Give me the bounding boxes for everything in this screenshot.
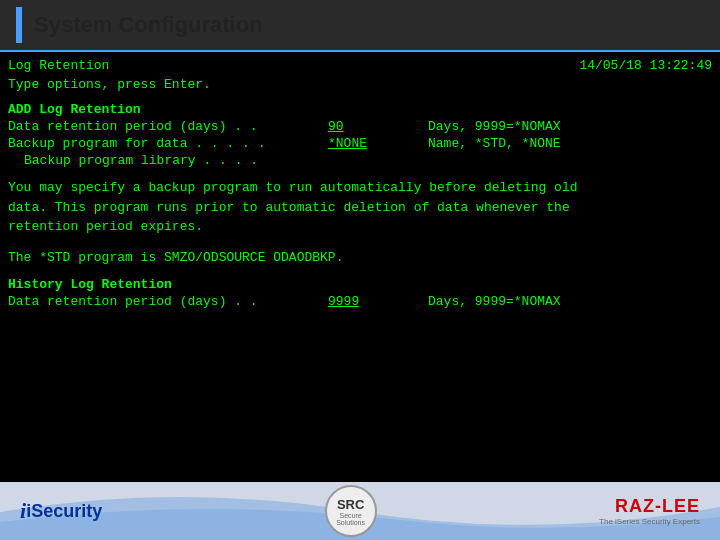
std-program-line: The *STD program is SMZO/ODSOURCE ODAODB…	[8, 247, 712, 268]
info-block: You may specify a backup program to run …	[8, 178, 712, 237]
terminal-title-row: Log Retention 14/05/18 13:22:49	[8, 58, 712, 73]
field-row-library: Backup program library . . . .	[8, 153, 712, 168]
page-title: System Configuration	[34, 12, 263, 38]
instruction-line: Type options, press Enter.	[8, 77, 712, 92]
field-label-library: Backup program library . . . .	[24, 153, 344, 168]
field-row-backup: Backup program for data . . . . . *NONE …	[8, 136, 712, 151]
terminal-timestamp: 14/05/18 13:22:49	[579, 58, 712, 73]
src-logo: SRC Secure Solutions	[325, 485, 377, 537]
terminal-title: Log Retention	[8, 58, 109, 73]
header-accent	[16, 7, 22, 43]
src-text: SRC	[337, 497, 364, 512]
footer-content: i iSecurity SRC Secure Solutions RAZ-LEE…	[20, 485, 700, 537]
src-subtitle: Secure Solutions	[327, 512, 375, 526]
info-line-2: data. This program runs prior to automat…	[8, 198, 712, 218]
field-label-retention: Data retention period (days) . .	[8, 119, 328, 134]
terminal-area: Log Retention 14/05/18 13:22:49 Type opt…	[0, 52, 720, 502]
info-line-3: retention period expires.	[8, 217, 712, 237]
header-bar: System Configuration	[0, 0, 720, 52]
field-row-retention: Data retention period (days) . . 90 Days…	[8, 119, 712, 134]
field-value-retention[interactable]: 90	[328, 119, 388, 134]
field-value-backup[interactable]: *NONE	[328, 136, 388, 151]
section-header-add: ADD Log Retention	[8, 102, 712, 117]
section-header-history: History Log Retention	[8, 277, 712, 292]
razlee-text: RAZ-LEE	[615, 496, 700, 517]
cursor-indicator	[355, 247, 365, 261]
field-label-backup: Backup program for data . . . . .	[8, 136, 328, 151]
field-value-history-retention[interactable]: 9999	[328, 294, 388, 309]
isecurity-text: iSecurity	[26, 501, 102, 522]
field-hint-backup: Name, *STD, *NONE	[428, 136, 561, 151]
info-line-1: You may specify a backup program to run …	[8, 178, 712, 198]
field-label-history-retention: Data retention period (days) . .	[8, 294, 328, 309]
isecurity-logo: i iSecurity	[20, 498, 102, 524]
field-hint-retention: Days, 9999=*NOMAX	[428, 119, 561, 134]
razlee-logo: RAZ-LEE The iSeries Security Experts	[599, 496, 700, 526]
field-hint-history-retention: Days, 9999=*NOMAX	[428, 294, 561, 309]
razlee-subtitle: The iSeries Security Experts	[599, 517, 700, 526]
src-circle: SRC Secure Solutions	[325, 485, 377, 537]
std-program-text: The *STD program is SMZO/ODSOURCE ODAODB…	[8, 250, 343, 265]
footer: i iSecurity SRC Secure Solutions RAZ-LEE…	[0, 482, 720, 540]
field-row-history-retention: Data retention period (days) . . 9999 Da…	[8, 294, 712, 309]
